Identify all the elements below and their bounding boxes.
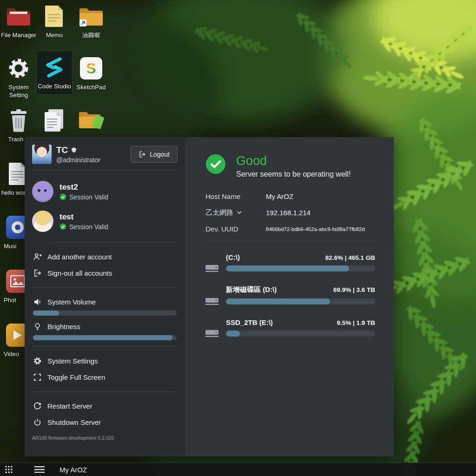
memo-icon xyxy=(37,3,72,30)
divider xyxy=(32,170,178,171)
power-icon xyxy=(33,418,42,427)
admin-shield-icon xyxy=(71,147,77,154)
divider xyxy=(32,287,178,288)
disk-row-e: SSD_2TB (E:\) 9.5% | 1.9 TB xyxy=(205,318,375,338)
document-icon xyxy=(37,107,72,134)
app-launcher-button[interactable] xyxy=(0,463,18,476)
menu-button[interactable] xyxy=(30,463,49,476)
grid-icon xyxy=(5,465,13,474)
desktop-icon-label: File Manager xyxy=(1,32,36,40)
divider xyxy=(52,242,178,243)
session-status: Session Valid xyxy=(69,223,108,231)
session-status: Session Valid xyxy=(69,193,108,201)
status-check-icon xyxy=(205,154,226,174)
brightness-fill xyxy=(33,335,172,340)
gear-icon xyxy=(33,357,42,365)
logout-button[interactable]: Logout xyxy=(131,146,178,163)
desktop-icon-document[interactable] xyxy=(37,107,72,136)
user-avatar xyxy=(32,145,52,164)
brightness-slider[interactable] xyxy=(33,335,177,340)
hamburger-icon xyxy=(34,466,45,473)
bulb-icon xyxy=(33,322,42,331)
account-row-test2[interactable]: test2 Session Valid xyxy=(32,177,178,206)
desktop-icon-label: Code Studio xyxy=(37,83,72,91)
disk-usage: 69.9% | 3.6 TB xyxy=(333,286,375,293)
drive-icon xyxy=(205,264,218,273)
disk-row-d: 新增磁碟區 (D:\) 69.9% | 3.6 TB xyxy=(205,285,375,306)
desktop-icon-label: Memo xyxy=(37,32,72,40)
user-handle: @administrator xyxy=(56,156,100,164)
uuid-label: Dev. UUID xyxy=(205,225,266,233)
desktop: File Manager Memo 油圓喔 xyxy=(0,0,476,476)
sign-out-icon xyxy=(33,269,42,278)
speaker-icon xyxy=(33,298,42,306)
firmware-version: AR100 firmware:development 0.2.020 xyxy=(32,435,178,441)
check-circle-icon xyxy=(60,193,66,200)
restart-server-item[interactable]: Restart Server xyxy=(32,398,178,414)
shutdown-server-item[interactable]: Shutdown Server xyxy=(32,414,178,430)
ip-address-value: 192.168.1.214 xyxy=(266,209,311,217)
desktop-icon-label: SketchPad xyxy=(73,84,109,92)
account-panel: TC @administrator Logout xyxy=(25,137,185,456)
divider xyxy=(32,346,178,347)
volume-fill xyxy=(33,311,59,316)
desktop-icon-label: 油圓喔 xyxy=(73,32,109,40)
network-row: 乙太網路 192.168.1.214 xyxy=(205,208,375,217)
signout-all-item[interactable]: Sign-out all accounts xyxy=(32,265,178,281)
disk-name: 新增磁碟區 (D:\) xyxy=(226,285,277,294)
disk-usage-bar xyxy=(226,265,375,271)
desktop-icon-label: System Setting xyxy=(1,84,36,99)
desktop-icon-folder-paste[interactable] xyxy=(73,107,109,136)
hostname-label: Host Name xyxy=(205,192,266,200)
code-studio-icon xyxy=(37,54,72,81)
divider xyxy=(32,391,178,392)
desktop-icon-sketchpad[interactable]: S SketchPad xyxy=(73,55,109,92)
uuid-value: 8466bd72-bdb6-452a-abc9-fa98a77fb82d xyxy=(266,226,365,232)
drive-icon xyxy=(205,297,218,306)
trash-icon xyxy=(1,107,36,134)
account-name: test xyxy=(60,212,108,222)
divider xyxy=(205,241,375,241)
desktop-icon-memo[interactable]: Memo xyxy=(37,3,72,40)
logout-icon xyxy=(139,151,146,158)
sketchpad-icon: S xyxy=(73,55,109,82)
disk-usage: 82.6% | 465.1 GB xyxy=(325,254,375,261)
desktop-icon-shortcut-folder[interactable]: 油圓喔 xyxy=(73,3,109,40)
account-row-test[interactable]: test Session Valid xyxy=(32,206,178,236)
user-name: TC xyxy=(56,145,68,155)
network-select[interactable]: 乙太網路 xyxy=(205,208,266,217)
desktop-icon-file-manager[interactable]: File Manager xyxy=(1,3,36,40)
folder-shortcut-icon xyxy=(73,3,109,30)
file-manager-icon xyxy=(1,3,36,30)
current-user-header: TC @administrator Logout xyxy=(32,145,178,164)
desktop-icon-system-setting[interactable]: System Setting xyxy=(1,55,36,99)
disk-name: SSD_2TB (E:\) xyxy=(226,318,273,326)
disk-usage: 9.5% | 1.9 TB xyxy=(337,319,375,326)
add-account-item[interactable]: Add another account xyxy=(32,249,178,265)
taskbar-title: My ArOZ xyxy=(60,466,87,474)
disk-name: (C:\) xyxy=(226,253,240,261)
toggle-fullscreen-item[interactable]: Toggle Full Screen xyxy=(32,369,178,385)
system-volume-slider[interactable] xyxy=(33,311,177,316)
account-avatar xyxy=(32,181,53,202)
fullscreen-icon xyxy=(33,373,42,382)
taskbar: My ArOZ xyxy=(0,463,476,476)
desktop-icon-code-studio[interactable]: Code Studio xyxy=(37,51,72,94)
disk-usage-fill xyxy=(226,265,349,271)
person-plus-icon xyxy=(33,252,42,261)
account-status-panel: TC @administrator Logout xyxy=(25,137,394,456)
drive-icon xyxy=(205,329,218,338)
system-volume-label: System Volume xyxy=(32,294,178,307)
restart-icon xyxy=(33,402,42,410)
hostname-value: My ArOZ xyxy=(266,192,293,200)
uuid-row: Dev. UUID 8466bd72-bdb6-452a-abc9-fa98a7… xyxy=(205,225,375,233)
disk-usage-bar xyxy=(226,298,375,304)
brightness-label: Brightness xyxy=(32,318,178,332)
status-title: Good xyxy=(236,154,350,168)
folder-paste-icon xyxy=(73,107,109,134)
account-name: test2 xyxy=(60,183,108,192)
disk-row-c: (C:\) 82.6% | 465.1 GB xyxy=(205,253,375,273)
system-settings-item[interactable]: System Settings xyxy=(32,353,178,369)
disk-usage-fill xyxy=(226,331,240,337)
gear-icon xyxy=(1,55,36,82)
